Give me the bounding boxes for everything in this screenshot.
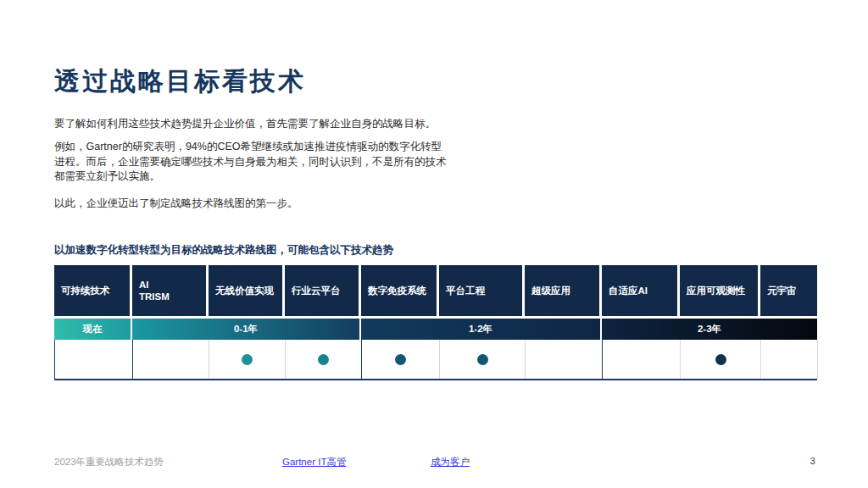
- roadmap-column-label: 可持续技术: [61, 285, 110, 297]
- footer-link-become-client[interactable]: 成为客户: [431, 456, 470, 469]
- roadmap-cell: [603, 340, 681, 379]
- timeline-segment: 1-2年: [361, 319, 602, 340]
- intro-paragraph-1: 要了解如何利用这些技术趋势提升企业价值，首先需要了解企业自身的战略目标。: [54, 117, 451, 132]
- trend-dot: [318, 354, 329, 365]
- roadmap-cell: [55, 340, 133, 379]
- roadmap-column-header: AI TRISM: [132, 265, 209, 316]
- trend-dot: [477, 354, 488, 365]
- roadmap-column-label: 元宇宙: [767, 285, 797, 297]
- roadmap-column-header: 平台工程: [439, 265, 525, 316]
- trend-dot: [242, 354, 253, 365]
- roadmap-timeline-row: 现在0-1年1-2年2-3年: [54, 319, 817, 340]
- roadmap-title: 以加速数字化转型转型为目标的战略技术路线图，可能包含以下技术趋势: [54, 243, 817, 258]
- roadmap-column-label: AI TRISM: [139, 279, 170, 303]
- roadmap-cell: [761, 340, 818, 379]
- roadmap-column-header: 超级应用: [525, 265, 602, 316]
- footer-link-gartner-it[interactable]: Gartner IT高管: [282, 456, 346, 469]
- timeline-segment: 现在: [54, 319, 132, 340]
- roadmap-cell: [209, 340, 286, 379]
- roadmap-column-header: 可持续技术: [54, 265, 132, 316]
- roadmap-column-header: 数字免疫系统: [361, 265, 439, 316]
- roadmap-header-row: 可持续技术AI TRISM无线价值实现行业云平台数字免疫系统平台工程超级应用自适…: [54, 265, 817, 316]
- roadmap-column-label: 自适应AI: [609, 285, 648, 297]
- roadmap-column-label: 平台工程: [446, 285, 485, 297]
- roadmap-cell: [440, 340, 526, 379]
- intro-paragraph-3: 以此，企业便迈出了制定战略技术路线图的第一步。: [54, 197, 451, 212]
- roadmap-column-header: 无线价值实现: [209, 265, 285, 316]
- roadmap-column-label: 无线价值实现: [215, 285, 274, 297]
- roadmap-column-header: 自适应AI: [602, 265, 680, 316]
- trend-dot: [715, 354, 726, 365]
- roadmap-column-header: 行业云平台: [285, 265, 361, 316]
- trend-dot: [395, 354, 406, 365]
- roadmap-column-label: 应用可观测性: [687, 285, 745, 297]
- roadmap-column-label: 超级应用: [531, 285, 570, 297]
- roadmap-cell: [526, 340, 603, 379]
- roadmap-dots-row: [54, 340, 817, 380]
- roadmap-cell: [681, 340, 761, 379]
- roadmap-cell: [286, 340, 362, 379]
- roadmap-column-label: 数字免疫系统: [368, 285, 426, 297]
- roadmap-table: 可持续技术AI TRISM无线价值实现行业云平台数字免疫系统平台工程超级应用自适…: [54, 265, 817, 380]
- timeline-segment: 0-1年: [132, 319, 361, 340]
- roadmap-section: 以加速数字化转型转型为目标的战略技术路线图，可能包含以下技术趋势 可持续技术AI…: [54, 243, 817, 380]
- intro-text-block: 要了解如何利用这些技术趋势提升企业价值，首先需要了解企业自身的战略目标。 例如，…: [54, 117, 451, 219]
- intro-paragraph-2: 例如，Gartner的研究表明，94%的CEO希望继续或加速推进疫情驱动的数字化…: [54, 140, 451, 185]
- footer-doc-title: 2023年重要战略技术趋势: [54, 456, 164, 469]
- roadmap-cell: [133, 340, 209, 379]
- timeline-segment: 2-3年: [602, 319, 817, 340]
- roadmap-column-header: 应用可观测性: [680, 265, 760, 316]
- page-number: 3: [810, 456, 815, 466]
- roadmap-column-label: 行业云平台: [292, 285, 341, 297]
- roadmap-column-header: 元宇宙: [760, 265, 817, 316]
- slide-page: { "page": { "title": "透过战略目标看技术", "parag…: [0, 0, 868, 488]
- page-title: 透过战略目标看技术: [54, 64, 306, 99]
- roadmap-cell: [362, 340, 440, 379]
